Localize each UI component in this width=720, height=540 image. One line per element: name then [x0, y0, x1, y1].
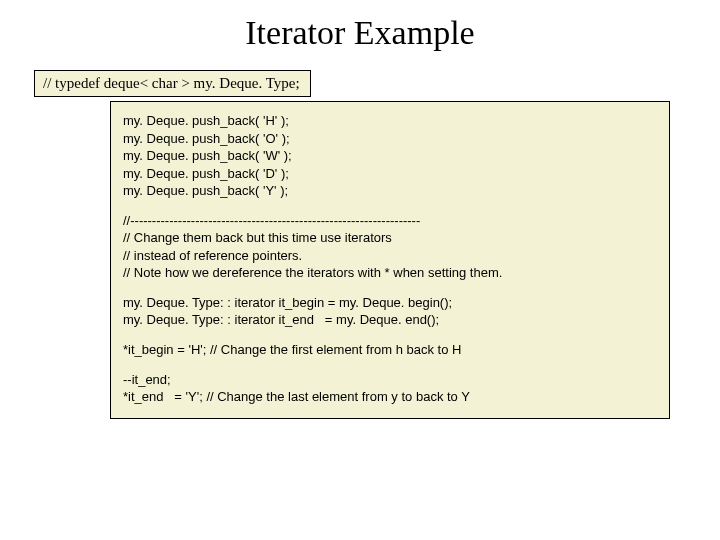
code-push-block: my. Deque. push_back( 'H' ); my. Deque. … — [123, 112, 657, 200]
code-last-block: --it_end; *it_end = 'Y'; // Change the l… — [123, 371, 657, 406]
code-iterators-block: my. Deque. Type: : iterator it_begin = m… — [123, 294, 657, 329]
code-comments-block: //--------------------------------------… — [123, 212, 657, 282]
slide: Iterator Example // typedef deque< char … — [0, 0, 720, 540]
code-first-block: *it_begin = 'H'; // Change the first ele… — [123, 341, 657, 359]
code-box: my. Deque. push_back( 'H' ); my. Deque. … — [110, 101, 670, 419]
typedef-box: // typedef deque< char > my. Deque. Type… — [34, 70, 311, 97]
slide-title: Iterator Example — [0, 14, 720, 52]
